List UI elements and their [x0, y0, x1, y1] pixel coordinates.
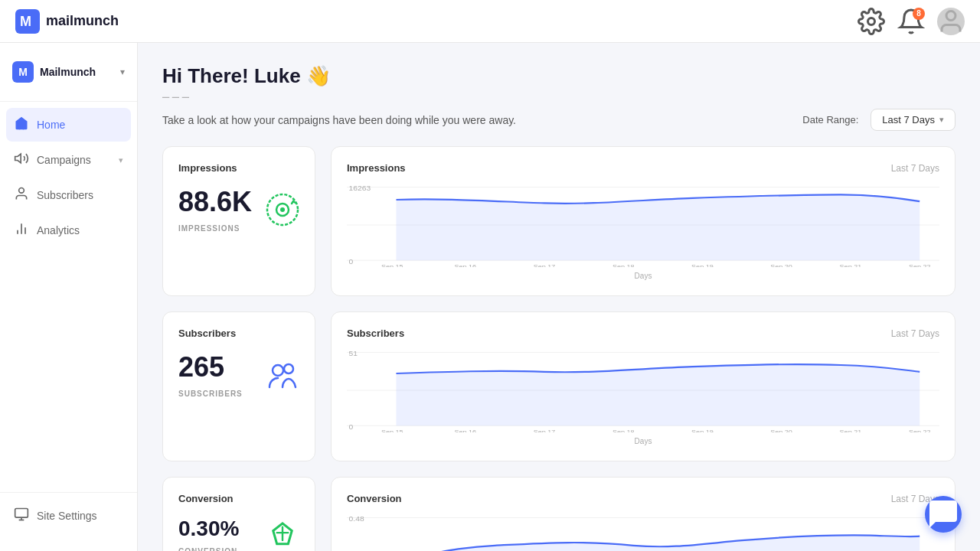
sidebar-item-home[interactable]: Home: [6, 108, 131, 142]
subscribers-chart-title: Subscribers: [347, 328, 404, 339]
analytics-icon: [14, 221, 29, 240]
sidebar-item-analytics[interactable]: Analytics: [6, 214, 131, 247]
chat-button[interactable]: [925, 496, 962, 533]
sidebar-item-campaigns-label: Campaigns: [37, 154, 111, 166]
svg-point-28: [273, 365, 283, 376]
topnav: M mailmunch 8: [0, 0, 980, 43]
notification-badge: 8: [913, 8, 925, 20]
logo[interactable]: M mailmunch: [15, 9, 119, 34]
date-range-chevron-icon: ▾: [939, 115, 944, 125]
impressions-chart-area: 16263 0 Sep 15 Sep 16 Sep 17 Sep 18 Sep …: [347, 183, 939, 280]
impressions-card-title: Impressions: [178, 162, 299, 174]
impressions-chart-title: Impressions: [347, 162, 406, 174]
svg-text:Sep 21: Sep 21: [840, 263, 862, 267]
svg-text:Sep 15: Sep 15: [381, 429, 403, 432]
svg-text:Sep 16: Sep 16: [455, 429, 477, 432]
subscribers-chart-header: Subscribers Last 7 Days: [347, 328, 939, 339]
subscribers-days-label: Days: [347, 437, 939, 445]
sidebar-item-home-label: Home: [37, 119, 123, 131]
user-avatar-icon: [937, 8, 965, 35]
campaigns-icon: [14, 151, 29, 169]
campaigns-chevron-icon: ▾: [119, 155, 123, 165]
conversion-icon: [266, 520, 299, 552]
greeting-title: Hi There! Luke 👋: [162, 64, 331, 88]
svg-text:Sep 22: Sep 22: [909, 263, 931, 267]
conversion-stat-card: Conversion 0.30% CONVERSION: [162, 477, 315, 551]
date-range-row: Date Range: Last 7 Days ▾: [802, 109, 956, 131]
svg-point-5: [19, 188, 24, 194]
sidebar-bottom: Site Settings: [0, 492, 137, 539]
svg-text:Sep 19: Sep 19: [691, 429, 714, 432]
subscribers-card-title: Subscribers: [178, 328, 299, 339]
svg-text:Sep 17: Sep 17: [534, 429, 556, 432]
user-avatar[interactable]: [937, 8, 965, 35]
svg-text:0.48: 0.48: [349, 515, 364, 523]
conversion-chart-header: Conversion Last 7 Days: [347, 493, 939, 504]
subscribers-icon: [14, 186, 29, 204]
settings-icon-btn[interactable]: [858, 8, 885, 35]
conversion-label: CONVERSION: [178, 547, 239, 551]
main-content: Hi There! Luke 👋 ─ ─ ─ Take a look at ho…: [138, 43, 980, 551]
layout: M Mailmunch ▾ Home Campaigns ▾: [0, 43, 980, 551]
topnav-icons: 8: [858, 8, 965, 35]
svg-rect-9: [15, 509, 28, 518]
sidebar-item-subscribers[interactable]: Subscribers: [6, 178, 131, 212]
workspace-name: Mailmunch: [40, 66, 114, 78]
impressions-chart-svg: 16263 0 Sep 15 Sep 16 Sep 17 Sep 18 Sep …: [347, 183, 939, 267]
logo-text: mailmunch: [46, 13, 119, 29]
impressions-chart-card: Impressions Last 7 Days 16263 0: [331, 146, 956, 296]
conversion-card-title: Conversion: [178, 493, 299, 504]
svg-text:Sep 17: Sep 17: [534, 263, 556, 267]
impressions-card-body: 88.6K IMPRESSIONS: [178, 186, 299, 233]
svg-text:Sep 16: Sep 16: [455, 263, 477, 267]
impressions-label: IMPRESSIONS: [178, 224, 252, 233]
svg-text:Sep 20: Sep 20: [770, 429, 792, 432]
svg-point-29: [284, 364, 293, 373]
conversion-value: 0.30%: [178, 517, 239, 541]
sidebar: M Mailmunch ▾ Home Campaigns ▾: [0, 43, 138, 551]
notifications-icon-btn[interactable]: 8: [897, 8, 925, 35]
sidebar-item-campaigns[interactable]: Campaigns ▾: [6, 143, 131, 177]
svg-text:Sep 20: Sep 20: [770, 263, 792, 267]
conversion-chart-card: Conversion Last 7 Days 0.48 0 Sep 15 Sep…: [331, 477, 956, 551]
date-range-select[interactable]: Last 7 Days ▾: [871, 109, 956, 131]
svg-point-3: [946, 11, 956, 20]
conversion-card-body: 0.30% CONVERSION: [178, 517, 299, 551]
conversion-chart-area: 0.48 0 Sep 15 Sep 16 Sep 17 Sep 18 Sep 1…: [347, 514, 939, 551]
svg-text:Sep 19: Sep 19: [691, 263, 714, 267]
home-icon: [14, 116, 29, 134]
subscribers-value: 265: [178, 351, 243, 383]
site-settings-icon: [14, 507, 29, 525]
impressions-chart-header: Impressions Last 7 Days: [347, 162, 939, 174]
settings-icon: [858, 8, 885, 35]
sidebar-item-site-settings[interactable]: Site Settings: [6, 499, 131, 533]
svg-text:Sep 21: Sep 21: [840, 429, 862, 432]
svg-text:Sep 18: Sep 18: [612, 263, 635, 267]
svg-text:0: 0: [349, 422, 354, 430]
sidebar-item-site-settings-label: Site Settings: [37, 510, 123, 522]
svg-text:M: M: [20, 14, 31, 29]
impressions-row: Impressions 88.6K IMPRESSIONS: [162, 146, 956, 296]
subscribers-card-body: 265 SUBSCRIBERS: [178, 351, 299, 398]
greeting-desc: Take a look at how your campaigns have b…: [162, 114, 516, 126]
impressions-days-label: Days: [347, 272, 939, 280]
conversion-chart-title: Conversion: [347, 493, 402, 504]
svg-text:51: 51: [349, 350, 358, 357]
conversion-chart-svg: 0.48 0 Sep 15 Sep 16 Sep 17 Sep 18 Sep 1…: [347, 514, 939, 551]
subscribers-chart-card: Subscribers Last 7 Days 51 0 Sep 15 Sep …: [331, 311, 956, 461]
impressions-icon: [266, 193, 299, 227]
impressions-chart-period: Last 7 Days: [891, 163, 939, 174]
date-range-value: Last 7 Days: [882, 114, 935, 126]
subscribers-stat-card: Subscribers 265 SUBSCRIBERS: [162, 311, 315, 461]
subscribers-icon: [266, 358, 299, 392]
svg-point-14: [280, 207, 285, 212]
impressions-value: 88.6K: [178, 186, 252, 218]
subscribers-label: SUBSCRIBERS: [178, 390, 243, 398]
svg-text:0: 0: [349, 257, 354, 265]
svg-text:Sep 18: Sep 18: [612, 429, 635, 432]
greeting-subtitle: ─ ─ ─: [162, 91, 956, 103]
subscribers-chart-svg: 51 0 Sep 15 Sep 16 Sep 17 Sep 18 Sep 19 …: [347, 348, 939, 432]
workspace-selector[interactable]: M Mailmunch ▾: [0, 55, 137, 95]
sidebar-item-analytics-label: Analytics: [37, 224, 123, 236]
sidebar-item-subscribers-label: Subscribers: [37, 189, 123, 201]
